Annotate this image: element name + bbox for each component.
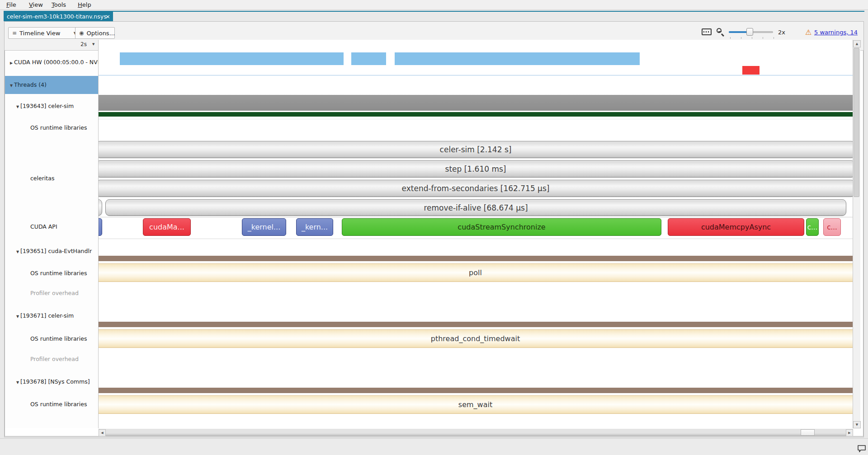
row-separator (99, 119, 853, 119)
api-call-small-pink-label: c... (824, 219, 840, 235)
tree-row-threads-4[interactable]: ▼Threads (4) (5, 76, 98, 94)
tab-close-icon[interactable]: × (105, 12, 110, 21)
status-bar (0, 438, 868, 455)
collapse-arrow-icon[interactable]: ▼ (15, 103, 20, 111)
hamburger-icon: ≡ (12, 30, 17, 36)
tree-row-label: CUDA API (30, 223, 57, 230)
api-call-kernel-1-label: _kernel... (242, 219, 286, 235)
tree-row-os-runtime-libraries[interactable]: OS runtime libraries (5, 123, 98, 132)
thread-state-strip-gray (99, 95, 853, 111)
row-separator (99, 239, 853, 239)
api-call-cudastreamsynchronize[interactable]: cudaStreamSynchronize (342, 218, 661, 236)
menu-bar: FileViewToolsHelp (0, 0, 868, 10)
tree-row-os-runtime-libraries[interactable]: OS runtime libraries (5, 269, 98, 278)
tab-accent-line (4, 11, 864, 12)
collapse-arrow-icon[interactable]: ▼ (9, 77, 14, 94)
view-selector-dropdown[interactable]: ≡ Timeline View ▼ (8, 27, 80, 39)
vertical-scrollbar-thumb[interactable] (854, 48, 859, 197)
os-event-pthread-cond-timedwait[interactable]: pthread_cond_timedwait (99, 329, 853, 348)
nvtx-range-fragment[interactable] (99, 199, 102, 216)
nvtx-range-extend-from-secondaries[interactable]: extend-from-secondaries [162.715 µs] (99, 180, 853, 197)
tree-row-os-runtime-libraries[interactable]: OS runtime libraries (5, 334, 98, 343)
tree-row-label: OS runtime libraries (30, 335, 87, 342)
api-call-cudamemcpyasync[interactable]: cudaMemcpyAsync (668, 218, 804, 236)
nvtx-range-step[interactable]: step [1.610 ms] (99, 160, 853, 178)
feedback-bubble-icon[interactable] (857, 445, 866, 453)
tree-row-193678-nsys-comms[interactable]: ▼[193678] [NSys Comms] (5, 377, 98, 386)
api-call-kernel-2-label: _kern... (297, 219, 333, 235)
menu-help[interactable]: Help (75, 0, 94, 10)
nvtx-range-step-label: step [1.610 ms] (99, 161, 853, 177)
zoom-slider-handle[interactable] (746, 28, 753, 36)
nvtx-range-remove-if-alive-label: remove-if-alive [68.674 µs] (106, 200, 846, 216)
tree-row-profiler-overhead[interactable]: Profiler overhead (5, 355, 98, 364)
tree-row-193671-celer-sim[interactable]: ▼[193671] celer-sim (5, 311, 98, 320)
nvtx-range-extend-from-secondaries-label: extend-from-secondaries [162.715 µs] (99, 180, 853, 197)
menu-view[interactable]: View (26, 0, 46, 10)
horizontal-scrollbar-thumb[interactable] (801, 429, 815, 436)
tree-row-label: Profiler overhead (30, 356, 79, 362)
scroll-up-icon[interactable]: ▲ (853, 40, 861, 47)
tab-report[interactable]: celer-sim-em3-10k1300-titanv.nsys-rep × (4, 12, 113, 21)
api-call-kernel-2[interactable]: _kern... (296, 218, 333, 236)
scroll-right-icon[interactable]: ▶ (846, 429, 853, 436)
tree-row-label: [193651] cuda-EvtHandlr (20, 248, 92, 254)
tree-row-label: OS runtime libraries (30, 270, 87, 277)
nvtx-range-celer-sim[interactable]: celer-sim [2.142 s] (99, 141, 853, 158)
warning-triangle-icon: ⚠ (805, 27, 811, 38)
api-call-fragment[interactable] (99, 218, 102, 236)
api-call-kernel-1[interactable]: _kernel... (242, 218, 286, 236)
tree-row-celeritas[interactable]: celeritas (5, 174, 98, 183)
os-event-pthread-cond-timedwait-label: pthread_cond_timedwait (99, 330, 853, 347)
tree-row-cuda-hw-0000-05-00-0-nvidia[interactable]: ▶CUDA HW (0000:05:00.0 - NVIDIA (5, 58, 98, 67)
thread-state-strip-brown-1 (99, 256, 853, 261)
tree-row-193651-cuda-evthandlr[interactable]: ▼[193651] cuda-EvtHandlr (5, 247, 98, 256)
tree-row-label: [193671] celer-sim (20, 312, 74, 319)
api-call-cudamalloc[interactable]: cudaMa... (143, 218, 191, 236)
zoom-level-label: 2x (778, 27, 785, 38)
chevron-down-icon: ▼ (92, 42, 94, 46)
os-event-poll[interactable]: poll (99, 263, 853, 282)
scroll-down-icon[interactable]: ▼ (853, 421, 861, 428)
tree-row-label: OS runtime libraries (30, 124, 87, 131)
cuda-hw-activity-3[interactable] (395, 52, 640, 65)
api-call-cudastreamsynchronize-label: cudaStreamSynchronize (342, 219, 661, 235)
tree-row-label: celeritas (30, 175, 54, 182)
cuda-hw-memcpy[interactable] (742, 66, 760, 75)
tree-row-profiler-overhead[interactable]: Profiler overhead (5, 289, 98, 298)
tree-row-os-runtime-libraries[interactable]: OS runtime libraries (5, 400, 98, 409)
cuda-hw-activity-2[interactable] (351, 52, 386, 65)
api-call-small-green[interactable]: c... (806, 218, 819, 236)
keyboard-shortcuts-icon[interactable] (702, 28, 712, 35)
zoom-slider-fill (729, 31, 749, 33)
collapse-arrow-icon[interactable]: ▼ (15, 312, 20, 320)
zoom-out-icon[interactable] (717, 28, 722, 33)
os-event-sem-wait[interactable]: sem_wait (99, 395, 853, 414)
collapse-arrow-icon[interactable]: ▼ (15, 378, 20, 386)
tree-row-label: [193678] [NSys Comms] (20, 378, 90, 385)
tree-row-label: CUDA HW (0000:05:00.0 - NVIDIA (14, 59, 98, 66)
timeline-canvas[interactable]: celer-sim [2.142 s]step [1.610 ms]extend… (99, 40, 853, 428)
cuda-hw-activity-1[interactable] (120, 52, 344, 65)
tree-row-label: Threads (4) (14, 81, 47, 88)
row-tree-sidebar: ▶CUDA HW (0000:05:00.0 - NVIDIA▼Threads … (5, 51, 98, 428)
nvtx-range-remove-if-alive[interactable]: remove-if-alive [68.674 µs] (105, 199, 846, 216)
api-call-cudamemcpyasync-label: cudaMemcpyAsync (668, 219, 804, 235)
menu-file[interactable]: File (4, 0, 19, 10)
tree-row-193643-celer-sim[interactable]: ▼[193643] celer-sim (5, 102, 98, 111)
time-range-selector[interactable]: 2s (80, 41, 87, 47)
collapse-arrow-icon[interactable]: ▼ (15, 248, 20, 256)
horizontal-scrollbar[interactable] (99, 429, 853, 436)
expand-arrow-icon[interactable]: ▶ (9, 59, 14, 67)
options-button[interactable]: ◉ Options... (75, 27, 115, 39)
thread-state-strip-brown-2 (99, 322, 853, 327)
options-label: Options... (86, 30, 115, 37)
menu-tools[interactable]: Tools (49, 0, 69, 10)
api-call-small-pink[interactable]: c... (823, 218, 841, 236)
tree-row-label: Profiler overhead (30, 290, 79, 296)
os-event-poll-label: poll (99, 264, 853, 281)
zoom-slider-ticks (730, 37, 775, 39)
api-call-small-green-label: c... (807, 219, 818, 235)
scroll-left-icon[interactable]: ◀ (99, 429, 106, 436)
tree-row-cuda-api[interactable]: CUDA API (5, 222, 98, 231)
